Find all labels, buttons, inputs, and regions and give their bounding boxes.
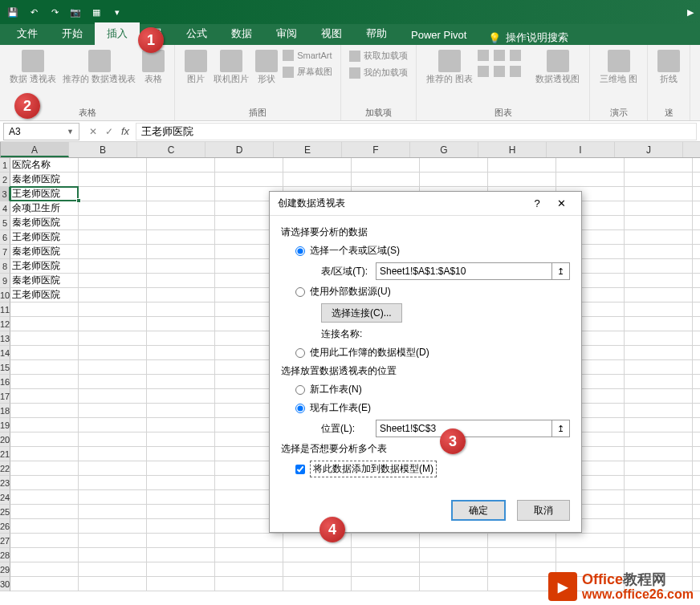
cell[interactable]	[693, 548, 700, 562]
cell[interactable]	[625, 245, 693, 259]
row-header-8[interactable]: 8	[0, 259, 10, 274]
line-chart-button[interactable]	[492, 48, 507, 63]
camera-icon[interactable]: 📷	[69, 6, 82, 18]
picture-button[interactable]: 图片	[181, 48, 210, 86]
cell[interactable]	[693, 302, 700, 317]
pie-chart-button[interactable]	[508, 48, 523, 63]
cell[interactable]	[625, 187, 693, 201]
cell[interactable]: 医院名称	[10, 158, 79, 173]
row-header-18[interactable]: 18	[0, 404, 10, 418]
cell[interactable]: 余项卫生所	[10, 201, 79, 216]
tab-powerpivot[interactable]: Power Pivot	[399, 25, 478, 45]
row-header-5[interactable]: 5	[0, 216, 10, 230]
cell[interactable]	[693, 173, 700, 187]
cell[interactable]	[79, 548, 147, 562]
cell[interactable]	[693, 476, 700, 490]
cell[interactable]	[79, 461, 147, 476]
cell[interactable]	[147, 476, 215, 490]
cell[interactable]	[283, 173, 352, 187]
cell[interactable]	[283, 562, 352, 577]
tab-data[interactable]: 数据	[219, 22, 264, 45]
cell[interactable]	[10, 317, 79, 331]
cell[interactable]	[420, 173, 488, 187]
cell[interactable]	[147, 302, 215, 317]
cell[interactable]	[488, 577, 556, 591]
cell[interactable]	[693, 375, 700, 389]
cell[interactable]	[10, 418, 79, 432]
row-header-1[interactable]: 1	[0, 158, 10, 173]
cell[interactable]	[147, 490, 215, 505]
cell[interactable]	[625, 432, 693, 447]
cell[interactable]	[693, 259, 700, 274]
cell[interactable]	[147, 534, 215, 548]
row-header-11[interactable]: 11	[0, 302, 10, 317]
smartart-button[interactable]: SmartArt	[281, 48, 334, 63]
cell[interactable]	[420, 548, 488, 562]
fill-handle[interactable]	[76, 198, 81, 203]
cell[interactable]	[625, 548, 693, 562]
cell[interactable]	[352, 534, 420, 548]
checkbox-data-model-row[interactable]: 将此数据添加到数据模型(M)	[295, 461, 570, 477]
cell[interactable]	[79, 534, 147, 548]
cell[interactable]	[693, 158, 700, 173]
cell[interactable]	[625, 476, 693, 490]
row-header-3[interactable]: 3	[0, 187, 10, 201]
cancel-button[interactable]: 取消	[517, 500, 570, 521]
row-header-19[interactable]: 19	[0, 418, 10, 432]
cell[interactable]	[10, 505, 79, 519]
cell[interactable]	[147, 548, 215, 562]
undo-icon[interactable]: ↶	[27, 6, 40, 18]
cell[interactable]	[10, 346, 79, 360]
row-header-10[interactable]: 10	[0, 288, 10, 302]
cell[interactable]	[625, 259, 693, 274]
row-header-17[interactable]: 17	[0, 389, 10, 404]
radio-existing-sheet-input[interactable]	[295, 404, 305, 413]
cell[interactable]	[147, 389, 215, 404]
collapse-dialog-button-1[interactable]: ↥	[552, 262, 570, 280]
cell[interactable]	[79, 346, 147, 360]
col-header-F[interactable]: F	[342, 142, 410, 157]
cell[interactable]	[556, 173, 625, 187]
shapes-button[interactable]: 形状	[252, 48, 281, 86]
cell[interactable]	[79, 577, 147, 591]
choose-connection-button[interactable]: 选择连接(C)...	[321, 303, 402, 323]
cell[interactable]	[79, 302, 147, 317]
cell[interactable]	[625, 201, 693, 216]
cell[interactable]	[79, 375, 147, 389]
cell[interactable]	[625, 490, 693, 505]
cell[interactable]	[352, 173, 420, 187]
area-chart-button[interactable]	[492, 64, 507, 79]
cell[interactable]	[693, 331, 700, 346]
radio-existing-sheet[interactable]: 现有工作表(E)	[295, 401, 570, 415]
cell[interactable]	[625, 447, 693, 461]
cell[interactable]	[215, 158, 283, 173]
cell[interactable]	[556, 548, 625, 562]
cell[interactable]	[215, 562, 283, 577]
sparkline-button[interactable]: 折线	[654, 48, 683, 86]
cell[interactable]: 王老师医院	[10, 288, 79, 302]
cell[interactable]	[10, 404, 79, 418]
cell[interactable]	[352, 562, 420, 577]
tab-home[interactable]: 开始	[50, 22, 95, 45]
cell[interactable]	[147, 404, 215, 418]
col-header-K[interactable]: K	[683, 142, 700, 157]
cell[interactable]	[420, 158, 488, 173]
cell[interactable]	[147, 259, 215, 274]
cell[interactable]	[625, 173, 693, 187]
collapse-dialog-button-2[interactable]: ↥	[552, 420, 570, 437]
row-header-30[interactable]: 30	[0, 577, 10, 591]
dialog-help-button[interactable]: ?	[525, 197, 549, 209]
name-box-dropdown-icon[interactable]: ▼	[67, 128, 74, 136]
cell[interactable]	[352, 548, 420, 562]
cell[interactable]	[79, 331, 147, 346]
cell[interactable]	[10, 331, 79, 346]
cell[interactable]: 秦老师医院	[10, 173, 79, 187]
cell[interactable]	[79, 562, 147, 577]
cell[interactable]	[625, 288, 693, 302]
cell[interactable]	[693, 519, 700, 534]
cell[interactable]	[420, 577, 488, 591]
qa-dropdown-icon[interactable]: ▾	[111, 6, 124, 18]
radio-new-sheet-input[interactable]	[295, 385, 305, 395]
cell[interactable]	[625, 346, 693, 360]
cell[interactable]	[215, 173, 283, 187]
